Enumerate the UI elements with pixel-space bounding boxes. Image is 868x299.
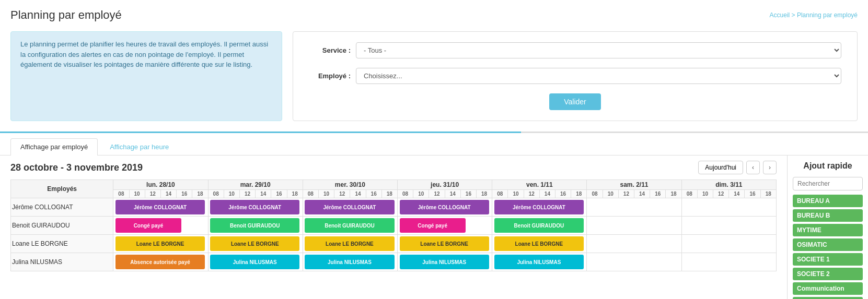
schedule-cell[interactable]: Loane LE BORGNE [397,235,492,253]
event-block[interactable]: Absence autorisée payé [115,255,205,269]
day-header-3: jeu. 31/10 [397,180,492,190]
event-block[interactable]: Congé payé [115,218,181,233]
time-slot: 14 [160,190,176,198]
employee-name: Julina NILUSMAS [11,253,113,271]
service-label: Service : [309,46,351,54]
event-block[interactable]: Jérôme COLLOGNAT [210,200,299,214]
time-slot: 08 [492,190,508,198]
schedule-cell[interactable] [587,217,681,235]
event-block[interactable]: Loane LE BORGNE [305,236,394,251]
sidebar-search-input[interactable] [793,177,863,190]
event-block[interactable]: Jérôme COLLOGNAT [115,200,205,214]
time-slot: 16 [177,190,192,198]
event-block[interactable]: Loane LE BORGNE [494,236,584,251]
day-header-6: dim. 3/11 [681,180,776,190]
prev-week-button[interactable]: ‹ [746,161,760,174]
schedule-cell[interactable] [587,253,681,271]
schedule-cell[interactable] [681,253,776,271]
tab-employe[interactable]: Affichage par employé [10,138,98,156]
schedule-cell[interactable]: Absence autorisée payé [113,253,208,271]
event-block[interactable]: Julina NILUSMAS [210,255,299,269]
event-block[interactable]: Jérôme COLLOGNAT [400,200,489,214]
sidebar-tag-societe1[interactable]: SOCIETE 1 [793,253,863,266]
time-slot: 18 [571,190,587,198]
valider-button[interactable]: Valider [549,93,601,110]
event-block[interactable]: Loane LE BORGNE [400,236,489,251]
event-block[interactable]: Julina NILUSMAS [305,255,394,269]
time-slot: 12 [713,190,729,198]
schedule-cell[interactable]: Julina NILUSMAS [208,253,303,271]
info-box: Le planning permet de planifier les heur… [10,31,282,121]
calendar-table: Employés lun. 28/10 mar. 29/10 mer. 30/1… [10,180,777,271]
schedule-cell[interactable]: Benoit GUIRAUDOU [492,217,587,235]
week-header: 28 octobre - 3 novembre 2019 Aujourd'hui… [10,161,777,174]
nav-controls: Aujourd'hui ‹ › [698,161,777,174]
time-slot: 14 [729,190,745,198]
schedule-cell[interactable]: Loane LE BORGNE [113,235,208,253]
event-block[interactable]: Benoit GUIRAUDOU [494,218,584,233]
day-header-5: sam. 2/11 [587,180,681,190]
sidebar-tag-societe2[interactable]: SOCIETE 2 [793,268,863,280]
sidebar-tag-bureau-a[interactable]: BUREAU A [793,195,863,207]
table-row: Loane LE BORGNELoane LE BORGNELoane LE B… [11,235,777,253]
time-slot: 08 [397,190,413,198]
time-slot: 08 [113,190,129,198]
event-block[interactable]: Julina NILUSMAS [494,255,584,269]
event-block[interactable]: Loane LE BORGNE [115,236,205,251]
sidebar-tags: BUREAU ABUREAU BMYTIMEOSIMATICSOCIETE 1S… [793,195,863,299]
event-block[interactable]: Jérôme COLLOGNAT [494,200,584,214]
calendar-area: 28 octobre - 3 novembre 2019 Aujourd'hui… [0,156,787,299]
schedule-cell[interactable]: Jérôme COLLOGNAT [208,198,303,217]
valider-row: Valider [309,93,841,110]
event-block[interactable]: Benoit GUIRAUDOU [210,218,299,233]
schedule-cell[interactable] [587,198,681,217]
sidebar-panel: Ajout rapide BUREAU ABUREAU BMYTIMEOSIMA… [787,156,868,299]
event-block[interactable]: Congé payé [400,218,466,233]
service-select[interactable]: - Tous - [356,42,841,58]
schedule-cell[interactable]: Julina NILUSMAS [492,253,587,271]
schedule-cell[interactable] [681,235,776,253]
time-slot: 12 [334,190,350,198]
page-header: Planning par employé Accueil > Planning … [0,0,868,26]
time-slot: 18 [192,190,208,198]
schedule-cell[interactable]: Congé payé [397,217,492,235]
event-block[interactable]: Loane LE BORGNE [210,236,299,251]
schedule-cell[interactable]: Jérôme COLLOGNAT [113,198,208,217]
time-slot: 12 [429,190,445,198]
sidebar-tag-communication[interactable]: Communication [793,282,863,295]
schedule-cell[interactable]: Loane LE BORGNE [303,235,397,253]
time-slot: 16 [271,190,287,198]
filter-box: Service : - Tous - Employé : Choisissez.… [293,31,858,121]
time-slot: 16 [366,190,381,198]
schedule-cell[interactable]: Loane LE BORGNE [208,235,303,253]
schedule-cell[interactable]: Congé payé [113,217,208,235]
employe-select[interactable]: Choisissez... [356,68,841,84]
event-block[interactable]: Benoit GUIRAUDOU [305,218,394,233]
event-block[interactable]: Jérôme COLLOGNAT [305,200,394,214]
day-header-4: ven. 1/11 [492,180,587,190]
time-slot: 10 [318,190,334,198]
schedule-cell[interactable] [681,198,776,217]
schedule-cell[interactable]: Benoit GUIRAUDOU [208,217,303,235]
schedule-cell[interactable]: Jérôme COLLOGNAT [303,198,397,217]
schedule-cell[interactable]: Jérôme COLLOGNAT [492,198,587,217]
time-slot: 08 [208,190,224,198]
time-slot: 14 [350,190,366,198]
event-block[interactable]: Julina NILUSMAS [400,255,489,269]
next-week-button[interactable]: › [763,161,777,174]
sidebar-tag-bureau-b[interactable]: BUREAU B [793,209,863,222]
today-button[interactable]: Aujourd'hui [698,161,743,174]
sidebar-tag-osimatic[interactable]: OSIMATIC [793,238,863,251]
sidebar-tag-mytime[interactable]: MYTIME [793,224,863,236]
schedule-cell[interactable]: Jérôme COLLOGNAT [397,198,492,217]
tab-heure[interactable]: Affichage par heure [100,138,179,155]
schedule-cell[interactable] [587,235,681,253]
schedule-cell[interactable]: Benoit GUIRAUDOU [303,217,397,235]
employe-filter-row: Employé : Choisissez... [309,68,841,84]
schedule-cell[interactable]: Julina NILUSMAS [303,253,397,271]
schedule-cell[interactable]: Julina NILUSMAS [397,253,492,271]
schedule-cell[interactable]: Loane LE BORGNE [492,235,587,253]
time-slot: 12 [524,190,539,198]
schedule-cell[interactable] [681,217,776,235]
sidebar-tag-developpement[interactable]: Développement myLawyer [793,297,863,299]
